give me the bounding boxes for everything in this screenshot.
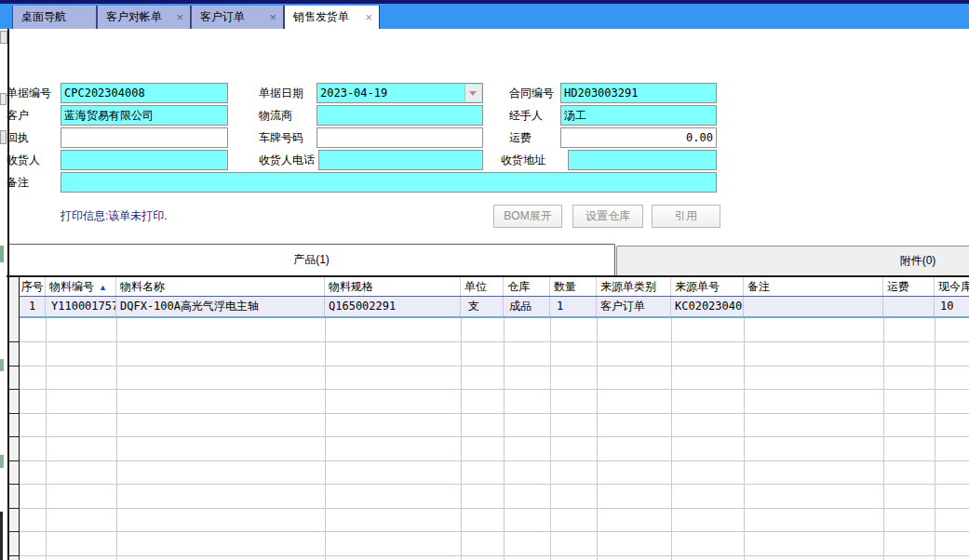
table-row[interactable]: 1 Y1100017578 DQFX-100A高光气浮电主轴 Q16500229… bbox=[20, 296, 969, 318]
cell-freight bbox=[883, 297, 935, 316]
doc-no-label: 单据编号 bbox=[7, 83, 51, 103]
col-header-remark[interactable]: 备注 bbox=[744, 277, 883, 296]
selector-row-separator bbox=[9, 484, 19, 485]
grid-column-line bbox=[935, 318, 935, 560]
customer-field[interactable]: 蓝海贸易有限公司 bbox=[61, 105, 228, 126]
cell-stock: 10 bbox=[935, 297, 969, 316]
consignee-field[interactable] bbox=[61, 150, 228, 170]
bom-expand-button[interactable]: BOM展开 bbox=[493, 205, 562, 228]
plate-no-label: 车牌号码 bbox=[259, 127, 303, 148]
cell-remark bbox=[744, 297, 883, 316]
freight-label: 运费 bbox=[509, 127, 532, 148]
doc-date-label: 单据日期 bbox=[259, 83, 303, 103]
remark-label: 备注 bbox=[7, 172, 29, 193]
cell-material-no: Y1100017578 bbox=[46, 297, 116, 316]
selector-row-separator bbox=[9, 341, 19, 342]
grid-row-line bbox=[20, 366, 969, 367]
cell-source-no: KC0202304002 bbox=[671, 297, 744, 316]
close-icon[interactable]: × bbox=[269, 6, 276, 29]
grid-row-line bbox=[20, 508, 969, 509]
col-header-stock[interactable]: 现今库存 bbox=[935, 277, 969, 296]
cell-source-type: 客户订单 bbox=[597, 297, 671, 316]
close-icon[interactable]: × bbox=[176, 6, 183, 29]
cell-qty: 1 bbox=[550, 297, 597, 316]
grid-row-line bbox=[20, 436, 969, 437]
grid-column-line bbox=[671, 318, 672, 560]
selector-row-separator bbox=[9, 366, 19, 367]
tab-label: 桌面导航 bbox=[13, 10, 66, 23]
clipped-panel-fragment bbox=[0, 512, 3, 560]
col-header-qty[interactable]: 数量 bbox=[550, 277, 597, 296]
grid-row-line bbox=[20, 531, 969, 532]
date-dropdown-button[interactable] bbox=[464, 85, 481, 101]
contract-no-field[interactable]: HD203003291 bbox=[560, 83, 717, 103]
print-info-text: 打印信息:该单未打印. bbox=[61, 208, 168, 224]
col-header-freight[interactable]: 运费 bbox=[883, 277, 935, 296]
doc-no-field[interactable]: CPC202304008 bbox=[61, 83, 228, 103]
receipt-field[interactable] bbox=[61, 127, 228, 148]
cell-spec: Q165002291 bbox=[325, 297, 461, 316]
clipped-panel-fragment bbox=[0, 455, 4, 468]
plate-no-field[interactable] bbox=[316, 127, 483, 148]
grid-row-line bbox=[20, 413, 969, 414]
clipped-panel-fragment bbox=[0, 93, 7, 105]
delivery-addr-field[interactable] bbox=[568, 150, 717, 170]
doc-date-value: 2023-04-19 bbox=[320, 87, 387, 100]
clipped-panel-fragment bbox=[0, 130, 7, 144]
cell-warehouse: 成品 bbox=[504, 297, 550, 316]
tab-label: 销售发货单 bbox=[285, 10, 349, 23]
logistics-label: 物流商 bbox=[259, 105, 292, 126]
tab-product[interactable]: 产品(1) bbox=[7, 244, 615, 275]
contract-no-label: 合同编号 bbox=[509, 83, 554, 103]
col-header-seq[interactable]: 序号 bbox=[20, 277, 46, 296]
tab-attachment[interactable]: 附件(0) bbox=[616, 246, 969, 275]
grid-column-line bbox=[116, 318, 117, 560]
grid-column-line bbox=[325, 318, 326, 560]
cell-unit: 支 bbox=[461, 297, 504, 316]
consignee-label: 收货人 bbox=[7, 150, 40, 170]
delivery-addr-label: 收货地址 bbox=[501, 150, 545, 170]
receipt-label: 回执 bbox=[7, 127, 29, 148]
reference-button[interactable]: 引用 bbox=[652, 205, 720, 228]
selector-row-separator bbox=[9, 460, 19, 461]
sort-ascending-icon: ▲ bbox=[99, 283, 107, 292]
col-header-source-type[interactable]: 来源单类别 bbox=[597, 277, 671, 296]
col-header-material-no[interactable]: 物料编号▲ bbox=[46, 277, 116, 296]
grid-row-line bbox=[20, 555, 969, 556]
tab-customer-order[interactable]: 客户订单 × bbox=[191, 6, 284, 29]
cell-material-name: DQFX-100A高光气浮电主轴 bbox=[116, 297, 325, 316]
selector-row-separator bbox=[9, 436, 19, 437]
customer-label: 客户 bbox=[7, 105, 29, 126]
col-header-material-name[interactable]: 物料名称 bbox=[116, 277, 325, 296]
col-header-spec[interactable]: 物料规格 bbox=[325, 277, 461, 296]
close-icon[interactable]: × bbox=[365, 6, 372, 29]
consignee-phone-label: 收货人电话 bbox=[259, 150, 315, 170]
col-header-source-no[interactable]: 来源单号 bbox=[671, 277, 744, 296]
set-warehouse-button[interactable]: 设置仓库 bbox=[572, 205, 643, 228]
col-header-unit[interactable]: 单位 bbox=[461, 277, 504, 296]
grid-column-line bbox=[461, 318, 462, 560]
grid-row-line bbox=[20, 460, 969, 461]
grid-row-line bbox=[20, 484, 969, 485]
chevron-down-icon bbox=[469, 91, 477, 96]
col-header-warehouse[interactable]: 仓库 bbox=[504, 277, 550, 296]
freight-field[interactable]: 0.00 bbox=[560, 127, 717, 148]
row-selector-column[interactable] bbox=[9, 277, 20, 560]
table-header-row: 序号 物料编号▲ 物料名称 物料规格 单位 仓库 数量 来源单类别 来源单号 备… bbox=[20, 277, 969, 296]
tab-customer-statement[interactable]: 客户对帐单 × bbox=[97, 6, 191, 29]
consignee-phone-field[interactable] bbox=[318, 150, 483, 170]
doc-date-field[interactable]: 2023-04-19 bbox=[316, 83, 483, 103]
grid-column-line bbox=[744, 318, 745, 560]
remark-field[interactable] bbox=[61, 172, 717, 193]
document-tab-bar: 桌面导航 客户对帐单 × 客户订单 × 销售发货单 × bbox=[0, 4, 969, 29]
selector-row-separator bbox=[9, 508, 19, 509]
logistics-field[interactable] bbox=[316, 105, 483, 126]
handler-label: 经手人 bbox=[509, 105, 543, 126]
selector-row-separator bbox=[9, 531, 19, 532]
tab-desktop-navigation[interactable]: 桌面导航 bbox=[12, 6, 97, 29]
selector-row-separator bbox=[9, 389, 19, 390]
handler-field[interactable]: 汤工 bbox=[560, 105, 717, 126]
tab-sales-delivery-order[interactable]: 销售发货单 × bbox=[284, 6, 380, 29]
grid-column-line bbox=[550, 318, 551, 560]
tab-label: 客户订单 bbox=[192, 10, 245, 23]
